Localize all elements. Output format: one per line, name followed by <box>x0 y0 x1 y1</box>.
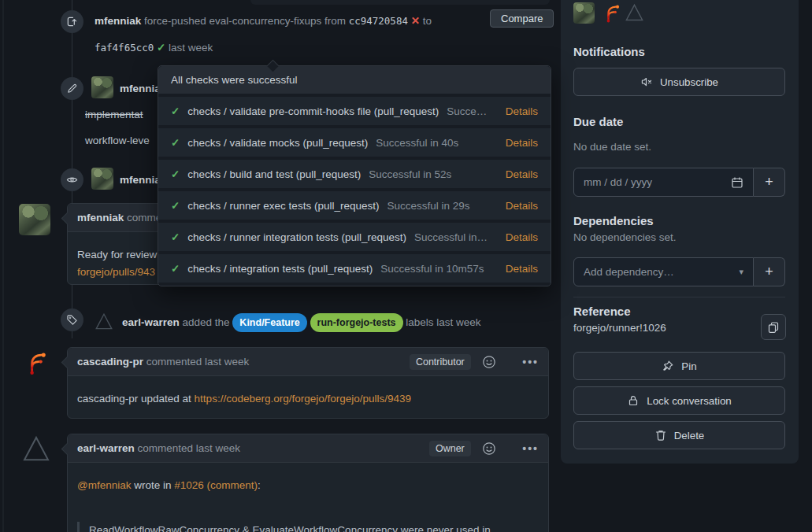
actor-name[interactable]: mfennia <box>120 174 161 186</box>
avatar-triangle[interactable] <box>20 434 53 465</box>
comment-ref-link[interactable]: #1026 (comment) <box>174 479 258 491</box>
comment-author[interactable]: cascading-pr <box>77 356 143 368</box>
commit-status-check-icon[interactable]: ✓ <box>157 42 165 54</box>
check-status: Successful in 10m57s <box>380 263 484 275</box>
unsubscribe-button[interactable]: Unsubscribe <box>573 68 785 96</box>
comment-earl-warren: earl-warren commented last week Owner ••… <box>67 434 549 532</box>
check-status: Successful in 40s <box>376 137 458 149</box>
eye-icon <box>66 174 78 186</box>
check-row: ✓ checks / integration tests (pull_reque… <box>158 254 551 283</box>
labels-event-line: earl-warren added the Kind/Feature run-f… <box>122 313 481 332</box>
check-success-icon: ✓ <box>171 168 180 180</box>
participant-avatar[interactable] <box>573 2 595 24</box>
dependencies-heading: Dependencies <box>573 214 654 227</box>
check-details-link[interactable]: Details <box>506 200 538 212</box>
x-icon: ✕ <box>411 15 420 27</box>
force-push-icon <box>66 16 78 28</box>
due-date-empty-text: No due date set. <box>573 141 651 153</box>
dependency-input-group: Add dependency… ▾ + <box>573 257 785 286</box>
notifications-heading: Notifications <box>573 45 645 58</box>
check-success-icon: ✓ <box>171 262 180 275</box>
more-options-icon[interactable]: ••• <box>522 356 539 368</box>
comment-header: cascading-pr commented last week Contrib… <box>68 348 548 376</box>
add-due-date-button[interactable]: + <box>754 168 785 197</box>
reference-heading: Reference <box>573 305 631 318</box>
avatar[interactable] <box>19 204 50 235</box>
avatar-triangle[interactable] <box>94 312 114 332</box>
check-row: ✓ checks / runner exec tests (pull_reque… <box>158 191 551 220</box>
quoted-text: ReadWorkflowRawConcurrency & EvaluateWor… <box>77 522 518 532</box>
avatar-forgejo-logo[interactable] <box>24 349 50 376</box>
due-date-heading: Due date <box>573 115 623 128</box>
check-details-link[interactable]: Details <box>506 105 538 117</box>
pull-request-page: mfenniak force-pushed eval-concurrency-f… <box>0 0 812 532</box>
new-commit-sha[interactable]: faf4f65cc0 <box>95 42 154 54</box>
emoji-reaction-icon[interactable] <box>482 331 512 393</box>
actor-name[interactable]: earl-warren <box>122 315 180 331</box>
more-options-icon[interactable]: ••• <box>522 442 539 455</box>
emoji-reaction-icon[interactable] <box>482 418 512 479</box>
check-name: checks / build and test (pull_request) <box>187 168 361 180</box>
add-dependency-select[interactable]: Add dependency… ▾ <box>573 257 754 286</box>
due-date-input[interactable]: mm / dd / yyyy <box>573 168 754 197</box>
participant-avatar-forgejo-logo[interactable] <box>602 2 623 24</box>
role-badge: Owner <box>429 441 471 456</box>
check-success-icon: ✓ <box>171 231 180 243</box>
participant-avatar-triangle[interactable] <box>624 2 645 24</box>
compare-button[interactable]: Compare <box>490 9 554 28</box>
check-name: checks / validate pre-commit-hooks file … <box>187 105 439 117</box>
pin-button[interactable]: Pin <box>573 352 785 380</box>
pin-icon <box>662 360 674 372</box>
chevron-down-icon: ▾ <box>739 267 743 277</box>
user-mention-link[interactable]: @mfenniak <box>77 479 131 491</box>
check-details-link[interactable]: Details <box>506 168 538 180</box>
check-success-icon: ✓ <box>171 105 180 117</box>
check-success-icon: ✓ <box>171 136 180 149</box>
check-status: Successful in 29s <box>387 200 469 212</box>
comment-text: cascading-pr updated at <box>77 393 195 405</box>
trash-icon <box>654 429 667 441</box>
old-commit-sha[interactable]: cc94720584 <box>349 15 408 27</box>
lock-conversation-button[interactable]: Lock conversation <box>573 386 785 415</box>
copy-icon <box>767 321 780 334</box>
new-title-text: workflow-leve <box>85 133 150 149</box>
actor-name[interactable]: mfennia <box>120 83 161 94</box>
check-details-link[interactable]: Details <box>506 263 538 275</box>
check-details-link[interactable]: Details <box>506 231 538 243</box>
pull-request-link[interactable]: forgejo/pulls/943 <box>77 266 155 278</box>
label-kind-feature[interactable]: Kind/Feature <box>232 313 306 332</box>
check-row: ✓ checks / runner integration tests (pul… <box>158 223 551 251</box>
label-run-forgejo-tests[interactable]: run-forgejo-tests <box>310 313 403 332</box>
label-event-icon-circle <box>61 308 83 331</box>
actor-name[interactable]: mfenniak <box>95 15 141 27</box>
viewport-left-edge <box>2 0 4 532</box>
copy-reference-button[interactable] <box>761 314 786 340</box>
comment-author[interactable]: earl-warren <box>77 442 135 454</box>
force-push-event-icon-circle <box>61 10 83 33</box>
codeberg-pull-link[interactable]: https://codeberg.org/forgejo/forgejo/pul… <box>195 393 411 405</box>
check-status: Succe… <box>447 105 487 117</box>
check-name: checks / integration tests (pull_request… <box>187 263 373 275</box>
due-date-placeholder: mm / dd / yyyy <box>584 176 725 188</box>
check-status: Successful in 52s <box>369 168 451 180</box>
comment-author[interactable]: mfenniak <box>77 212 124 224</box>
check-row: ✓ checks / validate mocks (pull_request)… <box>158 128 551 157</box>
previous-box-bottom-edge <box>250 0 550 5</box>
comment-cascading-pr: cascading-pr commented last week Contrib… <box>67 347 549 419</box>
avatar[interactable] <box>91 168 113 190</box>
check-row: ✓ checks / validate pre-commit-hooks fil… <box>158 97 551 125</box>
review-event-line: mfennia <box>120 172 161 188</box>
avatar[interactable] <box>91 76 113 98</box>
force-push-event-line2: faf4f65cc0 ✓ last week <box>95 40 213 56</box>
check-name: checks / runner exec tests (pull_request… <box>187 200 379 212</box>
mute-icon <box>640 76 653 88</box>
review-event-icon-circle <box>61 168 83 191</box>
check-details-link[interactable]: Details <box>506 137 538 149</box>
title-change-event-line: mfennia <box>120 81 161 97</box>
comment-header: earl-warren commented last week Owner ••… <box>68 434 548 463</box>
dependency-placeholder: Add dependency… <box>584 266 732 278</box>
add-dependency-button[interactable]: + <box>754 257 785 286</box>
reference-value: forgejo/runner!1026 <box>573 322 666 334</box>
calendar-icon[interactable] <box>731 176 743 189</box>
delete-button[interactable]: Delete <box>573 421 785 449</box>
